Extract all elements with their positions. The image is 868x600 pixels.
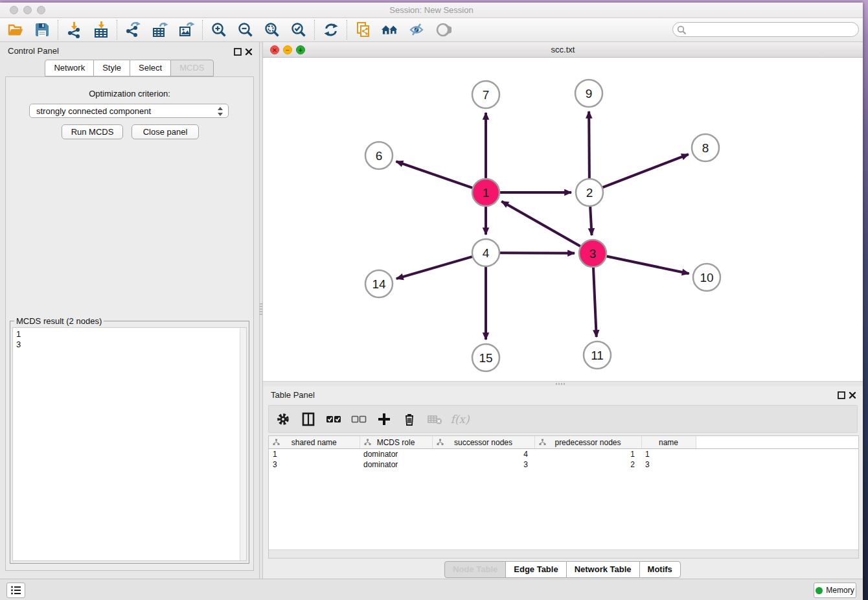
list-icon: [10, 585, 22, 595]
refresh-layout-icon[interactable]: [322, 21, 339, 39]
memory-label: Memory: [826, 586, 854, 595]
zoom-in-icon[interactable]: [210, 21, 227, 39]
run-mcds-button[interactable]: Run MCDS: [62, 124, 123, 139]
function-builder-icon-disabled: f(x): [452, 411, 468, 427]
network-canvas[interactable]: 1234678910111415: [263, 58, 863, 381]
toolbar-separator: [314, 20, 315, 40]
tab-motifs[interactable]: Motifs: [639, 561, 681, 578]
network-graph[interactable]: 1234678910111415: [263, 58, 863, 381]
column-type-icon: [273, 439, 280, 448]
hide-selected-icon[interactable]: [407, 21, 425, 39]
delete-column-icon[interactable]: [402, 411, 417, 427]
column-header-empty: [696, 436, 858, 449]
resize-grip[interactable]: [556, 383, 566, 385]
export-table-icon[interactable]: [151, 21, 168, 39]
mcds-result-text[interactable]: 1 3: [12, 327, 247, 561]
column-header-successor-nodes[interactable]: successor nodes: [432, 436, 534, 449]
graph-edge-3-10[interactable]: [607, 257, 689, 274]
control-panel-title: Control Panel: [8, 46, 59, 56]
splitter-grip[interactable]: [260, 303, 262, 315]
graph-node-label-2: 2: [586, 186, 593, 200]
close-table-panel-icon[interactable]: [849, 390, 856, 398]
table-settings-gear-icon[interactable]: [275, 411, 291, 427]
table-hscrollbar[interactable]: [269, 549, 858, 558]
mcds-tab-content: Optimization criterion: strongly connect…: [5, 76, 254, 571]
add-column-icon[interactable]: [376, 411, 392, 427]
delete-table-icon-disabled: [427, 411, 442, 427]
show-columns-icon[interactable]: [301, 411, 316, 427]
duplicate-network-icon[interactable]: [354, 21, 372, 39]
tab-network[interactable]: Network: [45, 60, 94, 76]
toolbar-separator: [202, 20, 203, 40]
column-type-icon: [437, 439, 444, 448]
float-panel-icon[interactable]: [234, 47, 242, 54]
mcds-result-title: MCDS result (2 nodes): [14, 316, 104, 326]
graph-node-label-7: 7: [483, 88, 490, 102]
optimization-criterion-label: Optimization criterion:: [6, 89, 253, 98]
graph-edge-3-1[interactable]: [501, 202, 580, 246]
import-network-icon[interactable]: [65, 21, 83, 39]
task-history-button[interactable]: [6, 583, 25, 598]
search-box: [672, 22, 859, 37]
graph-edge-4-3[interactable]: [500, 253, 575, 253]
import-table-icon[interactable]: [92, 21, 109, 39]
tab-network-table[interactable]: Network Table: [566, 561, 640, 578]
export-network-icon[interactable]: [124, 21, 142, 39]
table-row[interactable]: 1 dominator 4 1 1: [269, 449, 858, 460]
column-header-mcds-role[interactable]: MCDS role: [360, 436, 432, 449]
table-row[interactable]: 3 dominator 3 2 3: [269, 459, 858, 470]
table-toolbar: f(x): [268, 405, 858, 433]
graph-node-label-3: 3: [589, 247, 597, 260]
graph-edge-4-14[interactable]: [396, 257, 472, 279]
table-panel-title: Table Panel: [271, 390, 315, 400]
graph-edge-1-6[interactable]: [396, 161, 472, 188]
tab-node-table[interactable]: Node Table: [444, 561, 506, 578]
save-session-icon[interactable]: [33, 21, 51, 39]
result-scrollbar[interactable]: [240, 328, 246, 560]
memory-button[interactable]: Memory: [814, 583, 856, 598]
houses-icon[interactable]: [381, 21, 398, 39]
control-panel: Control Panel Network Style Select MCDS …: [0, 42, 259, 579]
graph-node-label-15: 15: [479, 351, 492, 365]
graph-node-label-14: 14: [372, 277, 386, 291]
search-icon: [677, 25, 687, 35]
criterion-selected-value: strongly connected component: [36, 106, 151, 116]
export-image-icon[interactable]: [177, 21, 195, 39]
graph-node-label-11: 11: [591, 349, 604, 362]
column-header-predecessor-nodes[interactable]: predecessor nodes: [534, 436, 641, 449]
mcds-result-line: 1: [16, 329, 246, 340]
graph-node-label-10: 10: [700, 271, 713, 284]
graph-edge-2-9[interactable]: [589, 111, 589, 178]
graph-edge-2-8[interactable]: [603, 154, 689, 187]
mcds-result-line: 3: [16, 340, 246, 350]
select-all-icon[interactable]: [326, 411, 341, 427]
column-header-shared-name[interactable]: shared name: [269, 436, 360, 449]
zoom-selected-icon[interactable]: [290, 21, 307, 39]
tab-select[interactable]: Select: [130, 60, 171, 76]
close-panel-button[interactable]: Close panel: [131, 124, 199, 139]
network-window-title: scc.txt: [263, 45, 863, 54]
network-window-titlebar[interactable]: ✕ − + scc.txt: [263, 42, 863, 58]
select-stepper-icon: [217, 106, 223, 117]
toolbar-separator: [347, 20, 347, 40]
graph-edge-2-3[interactable]: [590, 207, 591, 235]
deselect-all-icon[interactable]: [351, 411, 367, 427]
zoom-fit-icon[interactable]: [263, 21, 280, 39]
show-hidden-icon[interactable]: [434, 21, 451, 39]
close-panel-icon[interactable]: [245, 47, 253, 54]
open-session-icon[interactable]: [6, 21, 24, 39]
zoom-out-icon[interactable]: [236, 21, 254, 39]
column-header-name[interactable]: name: [641, 436, 696, 449]
control-panel-tabs: Network Style Select MCDS: [0, 60, 259, 76]
float-table-panel-icon[interactable]: [838, 390, 845, 398]
tab-mcds[interactable]: MCDS: [170, 60, 213, 76]
criterion-select[interactable]: strongly connected component: [29, 104, 229, 118]
memory-status-icon: [816, 587, 823, 594]
column-type-icon: [364, 439, 371, 448]
tab-edge-table[interactable]: Edge Table: [505, 561, 566, 578]
tab-style[interactable]: Style: [93, 60, 130, 76]
search-input[interactable]: [689, 23, 856, 37]
node-table: shared name MCDS role successor nodes pr…: [268, 435, 859, 559]
graph-edge-3-11[interactable]: [593, 268, 597, 337]
window-title: Session: New Session: [0, 5, 863, 15]
